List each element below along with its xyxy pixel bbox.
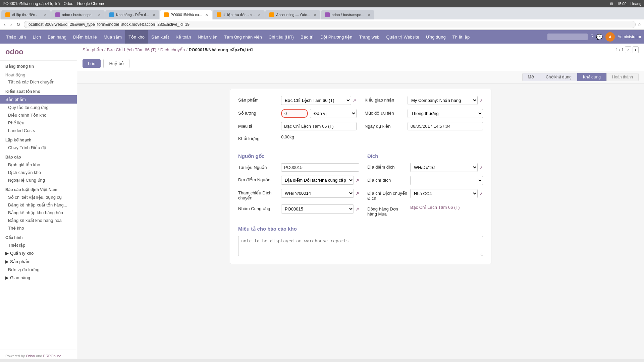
sidebar-item-giao-hang[interactable]: ▶ Giao hàng xyxy=(0,274,77,282)
breadcrumb-bac-chi[interactable]: Bạc Chỉ Lệch Tâm 66 (T) xyxy=(107,47,156,52)
tab-2[interactable]: odoo / bustranspo... ✕ xyxy=(51,10,105,19)
tab-5-close[interactable]: ✕ xyxy=(258,13,261,17)
menu-quan-tri[interactable]: Quản trị Website xyxy=(383,30,423,44)
sidebar-item-landed-costs[interactable]: Landed Costs xyxy=(0,127,77,134)
menu-ton-kho[interactable]: Tồn kho xyxy=(125,30,148,44)
clock: 15:00 xyxy=(617,2,627,6)
sidebar-item-bang-ke-xuat-kho[interactable]: Bảng kê xuất kho hàng hóa xyxy=(0,217,77,224)
menu-mua-sam[interactable]: Mua sắm xyxy=(100,30,125,44)
dong-hang-link[interactable]: Bạc Chỉ Lệch Tâm 66 (T) xyxy=(410,205,460,210)
prev-record-button[interactable]: ‹ xyxy=(625,46,631,53)
menu-bao-tri[interactable]: Bảo trì xyxy=(297,30,317,44)
url-bar[interactable] xyxy=(24,21,636,28)
sidebar-item-don-vi[interactable]: Đơn vị đo lường xyxy=(0,266,77,274)
nhom-cung-ung-select[interactable]: PO00015 xyxy=(281,204,354,214)
sidebar-item-phe-lieu[interactable]: Phế liệu xyxy=(0,119,77,127)
menu-trang-web[interactable]: Trang web xyxy=(356,30,383,44)
tham-chieu-ext-link[interactable]: ↗ xyxy=(355,191,359,196)
sidebar-item-dinh-gia[interactable]: Định giá tồn kho xyxy=(0,161,77,169)
menu-ban-hang[interactable]: Bán hàng xyxy=(44,30,70,44)
menu-tam-ung[interactable]: Tạm ứng nhân viên xyxy=(221,30,265,44)
menu-thiet-lap[interactable]: Thiết lập xyxy=(449,30,473,44)
status-step-cho-kha-dung[interactable]: Chờ khả dụng xyxy=(540,73,577,81)
dia-chi-dich-chuyen-select[interactable]: Nhà CC4 xyxy=(410,189,478,198)
status-step-kha-dung[interactable]: Khả dụng xyxy=(577,73,606,81)
menu-chi-tieu[interactable]: Chi tiêu (HR) xyxy=(265,30,297,44)
breadcrumb: Sản phẩm / Bạc Chỉ Lệch Tâm 66 (T) / Dịc… xyxy=(83,47,253,52)
menu-nhan-vien[interactable]: Nhân viên xyxy=(194,30,221,44)
menu-doi-phuong-tien[interactable]: Đội Phương tiện xyxy=(317,30,356,44)
san-pham-ext-link[interactable]: ↗ xyxy=(353,98,357,103)
form-card: Sản phẩm Bạc Chỉ Lệch Tâm 66 (T) ↗ xyxy=(230,89,491,264)
sidebar-item-dich-chuyen-kho[interactable]: Dịch chuyển kho xyxy=(0,169,77,176)
san-pham-select[interactable]: Bạc Chỉ Lệch Tâm 66 (T) xyxy=(281,96,351,105)
mieu-ta-bao-cao-textarea[interactable] xyxy=(238,236,483,256)
back-button[interactable]: ‹ xyxy=(3,21,7,28)
dia-chi-dich-chuyen-ext-link[interactable]: ↗ xyxy=(479,191,483,196)
tab-3-close[interactable]: ✕ xyxy=(153,13,155,17)
tab-1[interactable]: #Hộp thư đến -... ✕ xyxy=(1,10,51,19)
footer-link-erp[interactable]: ERPOnline xyxy=(43,354,61,358)
breadcrumb-dich-chuyen[interactable]: Dịch chuyển xyxy=(160,47,185,52)
sidebar-item-san-pham[interactable]: Sản phẩm xyxy=(0,95,77,104)
tab-4[interactable]: PO00015/Nhà cu... ✕ xyxy=(160,10,212,19)
cancel-button[interactable]: Huỷ bỏ xyxy=(103,59,129,68)
save-button[interactable]: Lưu xyxy=(83,59,101,68)
sidebar-item-chay-trinh[interactable]: Chạy Trình Điều độ xyxy=(0,144,77,152)
don-vi-select[interactable]: Đơn vị xyxy=(310,109,357,118)
kieu-giao-nhan-select[interactable]: My Company: Nhận hàng xyxy=(408,96,478,105)
menu-lich[interactable]: Lịch xyxy=(29,30,44,44)
menu-san-xuat[interactable]: Sản xuất xyxy=(148,30,172,44)
menu-diem-ban-le[interactable]: Điểm bán lẻ xyxy=(70,30,100,44)
sidebar-item-bang-ke-nhap-kho[interactable]: Bảng kê nhập kho hàng hóa xyxy=(0,209,77,217)
so-luong-input[interactable] xyxy=(281,109,308,118)
bookmark-icon[interactable]: ☆ xyxy=(638,22,641,27)
sidebar-item-ngoai-le[interactable]: Ngoại lệ Cung ứng xyxy=(0,176,77,184)
reload-button[interactable]: ↻ xyxy=(15,21,22,28)
sidebar-item-tat-ca-dich-chuyen[interactable]: Tất cả các Dịch chuyển xyxy=(0,78,77,86)
menu-thao-luan[interactable]: Thảo luận xyxy=(3,30,29,44)
mieu-ta-input[interactable] xyxy=(281,122,357,130)
dia-chi-dich-select[interactable] xyxy=(410,176,483,185)
tab-2-close[interactable]: ✕ xyxy=(98,13,101,17)
tab-7-close[interactable]: ✕ xyxy=(368,13,370,17)
sidebar-item-san-pham-cf[interactable]: ▶ Sản phẩm xyxy=(0,257,77,266)
tab-5[interactable]: #Hộp thư đến - c... ✕ xyxy=(213,10,265,19)
sidebar-item-the-kho[interactable]: Thẻ kho xyxy=(0,224,77,232)
status-step-moi[interactable]: Mới xyxy=(522,73,540,81)
tab-4-close[interactable]: ✕ xyxy=(205,13,208,17)
tab-3[interactable]: Kho hàng - Diễn đ... ✕ xyxy=(105,10,159,19)
menu-ung-dung[interactable]: Ứng dụng xyxy=(423,30,449,44)
dia-diem-nguon-select[interactable]: Địa điểm Đối tác/Nhà cung cấp xyxy=(281,176,354,185)
sidebar-item-quan-ly-kho[interactable]: ▶ Quản lý kho xyxy=(0,249,77,257)
kieu-giao-nhan-ext-link[interactable]: ↗ xyxy=(479,98,483,103)
odoo-logo: odoo xyxy=(0,44,77,61)
menu-ke-toan[interactable]: Kế toán xyxy=(172,30,195,44)
sidebar-item-bang-ke-nhap[interactable]: Bảng kê nhập xuất tồn hàng... xyxy=(0,201,77,209)
sidebar-item-thiet-lap[interactable]: Thiết lập xyxy=(0,241,77,249)
tab-1-close[interactable]: ✕ xyxy=(44,13,47,17)
footer-link-odoo[interactable]: Odoo xyxy=(26,354,35,358)
tab-6[interactable]: Accounting — Odo... ✕ xyxy=(265,10,320,19)
muc-do-select[interactable]: Thông thường xyxy=(408,109,483,118)
tham-chieu-select[interactable]: WH/IN/00014 xyxy=(281,189,354,198)
sidebar-item-dieu-chinh[interactable]: Điều chỉnh Tồn kho xyxy=(0,111,77,119)
status-step-hoan-thanh[interactable]: Hoàn thành xyxy=(606,73,639,81)
tai-lieu-input[interactable] xyxy=(281,163,359,172)
sidebar-item-so-chi-tiet[interactable]: Số chi tiết vật liệu, dụng cụ xyxy=(0,193,77,201)
ngay-du-kien-input[interactable] xyxy=(408,122,483,130)
dia-diem-dich-ext-link[interactable]: ↗ xyxy=(479,165,483,170)
form-top-section: Sản phẩm Bạc Chỉ Lệch Tâm 66 (T) ↗ xyxy=(238,96,483,145)
dia-diem-nguon-ext-link[interactable]: ↗ xyxy=(355,178,359,183)
next-record-button[interactable]: › xyxy=(633,46,639,53)
forward-button[interactable]: › xyxy=(9,21,13,28)
sidebar-item-quy-tac[interactable]: Quy tắc tái cung ứng xyxy=(0,104,77,111)
tab-2-favicon xyxy=(55,12,60,17)
section-kiem-soat: Kiểm soát tồn kho xyxy=(0,86,77,95)
top-search-input[interactable] xyxy=(547,34,588,40)
dia-diem-dich-select[interactable]: WH/Dự trữ xyxy=(410,163,478,172)
tab-6-close[interactable]: ✕ xyxy=(314,13,316,17)
tab-7[interactable]: odoo / bustranspo... ✕ xyxy=(321,10,374,19)
breadcrumb-san-pham[interactable]: Sản phẩm xyxy=(83,47,103,52)
nhom-cung-ung-ext-link[interactable]: ↗ xyxy=(355,206,359,212)
